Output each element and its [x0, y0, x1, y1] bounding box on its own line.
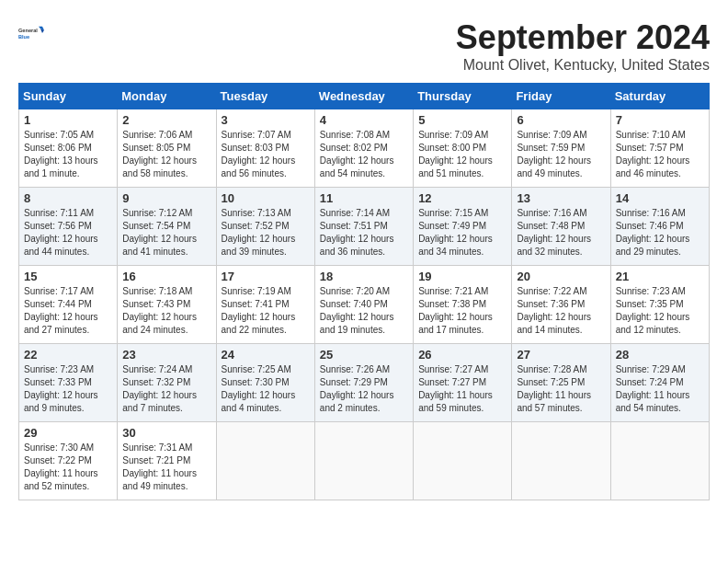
- day-number: 22: [24, 348, 112, 362]
- day-number: 23: [122, 348, 210, 362]
- calendar-cell: 9Sunrise: 7:12 AM Sunset: 7:54 PM Daylig…: [118, 188, 216, 266]
- day-number: 18: [320, 270, 408, 283]
- calendar-cell: 16Sunrise: 7:18 AM Sunset: 7:43 PM Dayli…: [118, 266, 216, 344]
- week-row-3: 15Sunrise: 7:17 AM Sunset: 7:44 PM Dayli…: [19, 266, 710, 344]
- calendar-cell: 19Sunrise: 7:21 AM Sunset: 7:38 PM Dayli…: [414, 266, 512, 344]
- calendar-cell: 15Sunrise: 7:17 AM Sunset: 7:44 PM Dayli…: [19, 266, 118, 344]
- day-number: 13: [517, 191, 605, 205]
- day-info: Sunrise: 7:10 AM Sunset: 7:57 PM Dayligh…: [616, 129, 704, 180]
- day-info: Sunrise: 7:08 AM Sunset: 8:02 PM Dayligh…: [320, 129, 408, 180]
- week-row-5: 29Sunrise: 7:30 AM Sunset: 7:22 PM Dayli…: [19, 422, 710, 500]
- calendar-cell: 18Sunrise: 7:20 AM Sunset: 7:40 PM Dayli…: [314, 266, 413, 344]
- day-info: Sunrise: 7:20 AM Sunset: 7:40 PM Dayligh…: [320, 285, 408, 337]
- day-info: Sunrise: 7:16 AM Sunset: 7:46 PM Dayligh…: [616, 207, 704, 259]
- day-info: Sunrise: 7:15 AM Sunset: 7:49 PM Dayligh…: [418, 207, 506, 259]
- calendar-cell: 26Sunrise: 7:27 AM Sunset: 7:27 PM Dayli…: [414, 344, 512, 422]
- calendar-cell: 5Sunrise: 7:09 AM Sunset: 8:00 PM Daylig…: [414, 109, 512, 188]
- day-number: 10: [222, 191, 310, 205]
- page-header: GeneralBlue September 2024 Mount Olivet,…: [18, 18, 710, 74]
- day-number: 11: [320, 191, 408, 205]
- day-number: 7: [616, 113, 704, 127]
- calendar-cell: 8Sunrise: 7:11 AM Sunset: 7:56 PM Daylig…: [19, 188, 118, 266]
- day-number: 20: [517, 270, 605, 283]
- day-number: 15: [24, 270, 112, 283]
- location: Mount Olivet, Kentucky, United States: [456, 57, 710, 74]
- col-header-saturday: Saturday: [610, 84, 709, 109]
- calendar-cell: 29Sunrise: 7:30 AM Sunset: 7:22 PM Dayli…: [19, 422, 118, 500]
- day-number: 30: [122, 426, 210, 440]
- day-number: 6: [517, 113, 605, 127]
- day-info: Sunrise: 7:06 AM Sunset: 8:05 PM Dayligh…: [122, 129, 210, 180]
- day-number: 3: [222, 113, 310, 127]
- day-number: 1: [24, 113, 112, 127]
- day-number: 24: [222, 348, 310, 362]
- day-info: Sunrise: 7:12 AM Sunset: 7:54 PM Dayligh…: [122, 207, 210, 259]
- day-info: Sunrise: 7:23 AM Sunset: 7:33 PM Dayligh…: [24, 363, 112, 415]
- col-header-thursday: Thursday: [414, 84, 512, 109]
- day-info: Sunrise: 7:22 AM Sunset: 7:36 PM Dayligh…: [517, 285, 605, 337]
- calendar-cell: 14Sunrise: 7:16 AM Sunset: 7:46 PM Dayli…: [610, 188, 709, 266]
- week-row-1: 1Sunrise: 7:05 AM Sunset: 8:06 PM Daylig…: [19, 109, 710, 188]
- calendar-cell: 6Sunrise: 7:09 AM Sunset: 7:59 PM Daylig…: [512, 109, 610, 188]
- calendar-table: SundayMondayTuesdayWednesdayThursdayFrid…: [18, 83, 710, 500]
- day-info: Sunrise: 7:11 AM Sunset: 7:56 PM Dayligh…: [24, 207, 112, 259]
- col-header-friday: Friday: [512, 84, 610, 109]
- day-info: Sunrise: 7:27 AM Sunset: 7:27 PM Dayligh…: [418, 363, 506, 415]
- calendar-cell: 7Sunrise: 7:10 AM Sunset: 7:57 PM Daylig…: [610, 109, 709, 188]
- day-info: Sunrise: 7:14 AM Sunset: 7:51 PM Dayligh…: [320, 207, 408, 259]
- calendar-cell: [414, 422, 512, 500]
- calendar-cell: 27Sunrise: 7:28 AM Sunset: 7:25 PM Dayli…: [512, 344, 610, 422]
- day-number: 27: [517, 348, 605, 362]
- calendar-cell: 1Sunrise: 7:05 AM Sunset: 8:06 PM Daylig…: [19, 109, 118, 188]
- col-header-wednesday: Wednesday: [314, 84, 413, 109]
- calendar-cell: 10Sunrise: 7:13 AM Sunset: 7:52 PM Dayli…: [216, 188, 314, 266]
- day-number: 8: [24, 191, 112, 205]
- calendar-cell: 20Sunrise: 7:22 AM Sunset: 7:36 PM Dayli…: [512, 266, 610, 344]
- calendar-cell: 24Sunrise: 7:25 AM Sunset: 7:30 PM Dayli…: [216, 344, 314, 422]
- svg-text:Blue: Blue: [18, 34, 29, 40]
- day-info: Sunrise: 7:28 AM Sunset: 7:25 PM Dayligh…: [517, 363, 605, 415]
- calendar-cell: 21Sunrise: 7:23 AM Sunset: 7:35 PM Dayli…: [610, 266, 709, 344]
- day-info: Sunrise: 7:23 AM Sunset: 7:35 PM Dayligh…: [616, 285, 704, 337]
- calendar-cell: 28Sunrise: 7:29 AM Sunset: 7:24 PM Dayli…: [610, 344, 709, 422]
- logo-icon: GeneralBlue: [18, 18, 48, 48]
- title-block: September 2024 Mount Olivet, Kentucky, U…: [456, 18, 710, 74]
- month-title: September 2024: [456, 18, 710, 57]
- day-number: 21: [616, 270, 704, 283]
- day-number: 14: [616, 191, 704, 205]
- calendar-cell: 11Sunrise: 7:14 AM Sunset: 7:51 PM Dayli…: [314, 188, 413, 266]
- calendar-cell: [216, 422, 314, 500]
- day-info: Sunrise: 7:24 AM Sunset: 7:32 PM Dayligh…: [122, 363, 210, 415]
- day-info: Sunrise: 7:18 AM Sunset: 7:43 PM Dayligh…: [122, 285, 210, 337]
- col-header-sunday: Sunday: [19, 84, 118, 109]
- day-info: Sunrise: 7:13 AM Sunset: 7:52 PM Dayligh…: [222, 207, 310, 259]
- day-number: 12: [418, 191, 506, 205]
- day-number: 28: [616, 348, 704, 362]
- calendar-cell: 3Sunrise: 7:07 AM Sunset: 8:03 PM Daylig…: [216, 109, 314, 188]
- day-info: Sunrise: 7:31 AM Sunset: 7:21 PM Dayligh…: [122, 442, 210, 493]
- day-info: Sunrise: 7:09 AM Sunset: 7:59 PM Dayligh…: [517, 129, 605, 180]
- calendar-cell: 25Sunrise: 7:26 AM Sunset: 7:29 PM Dayli…: [314, 344, 413, 422]
- day-info: Sunrise: 7:29 AM Sunset: 7:24 PM Dayligh…: [616, 363, 704, 415]
- day-number: 29: [24, 426, 112, 440]
- calendar-cell: 13Sunrise: 7:16 AM Sunset: 7:48 PM Dayli…: [512, 188, 610, 266]
- day-number: 4: [320, 113, 408, 127]
- day-number: 16: [122, 270, 210, 283]
- day-info: Sunrise: 7:25 AM Sunset: 7:30 PM Dayligh…: [222, 363, 310, 415]
- day-info: Sunrise: 7:21 AM Sunset: 7:38 PM Dayligh…: [418, 285, 506, 337]
- calendar-cell: [314, 422, 413, 500]
- calendar-cell: [610, 422, 709, 500]
- week-row-4: 22Sunrise: 7:23 AM Sunset: 7:33 PM Dayli…: [19, 344, 710, 422]
- day-info: Sunrise: 7:30 AM Sunset: 7:22 PM Dayligh…: [24, 442, 112, 493]
- day-number: 2: [122, 113, 210, 127]
- calendar-cell: 12Sunrise: 7:15 AM Sunset: 7:49 PM Dayli…: [414, 188, 512, 266]
- day-info: Sunrise: 7:07 AM Sunset: 8:03 PM Dayligh…: [222, 129, 310, 180]
- calendar-cell: 17Sunrise: 7:19 AM Sunset: 7:41 PM Dayli…: [216, 266, 314, 344]
- day-number: 25: [320, 348, 408, 362]
- week-row-2: 8Sunrise: 7:11 AM Sunset: 7:56 PM Daylig…: [19, 188, 710, 266]
- day-number: 5: [418, 113, 506, 127]
- col-header-tuesday: Tuesday: [216, 84, 314, 109]
- day-info: Sunrise: 7:17 AM Sunset: 7:44 PM Dayligh…: [24, 285, 112, 337]
- calendar-cell: 22Sunrise: 7:23 AM Sunset: 7:33 PM Dayli…: [19, 344, 118, 422]
- day-info: Sunrise: 7:09 AM Sunset: 8:00 PM Dayligh…: [418, 129, 506, 180]
